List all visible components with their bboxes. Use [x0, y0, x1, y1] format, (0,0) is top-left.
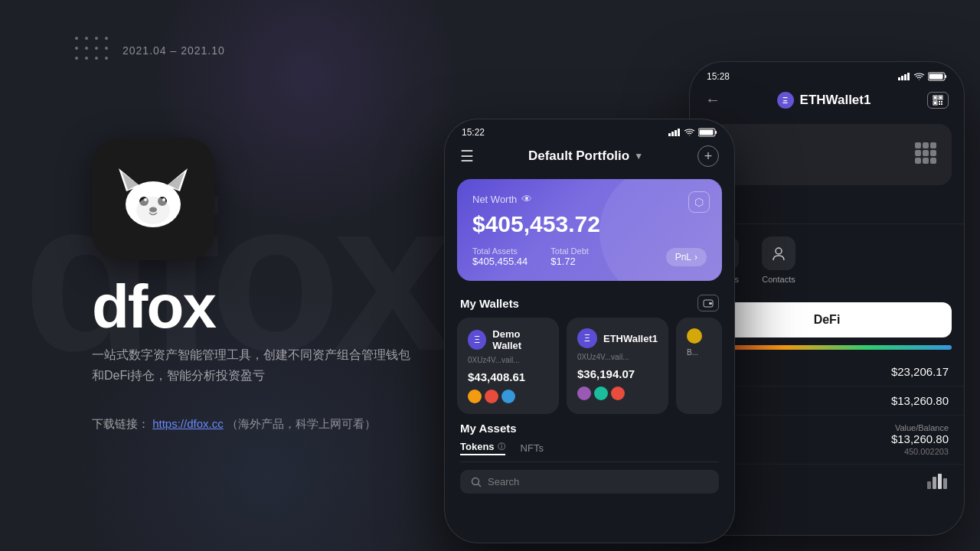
tokens-label: Tokens — [460, 441, 495, 452]
demo-eth-icon: Ξ — [468, 330, 486, 350]
qr-icon[interactable] — [927, 92, 949, 109]
download-url[interactable]: https://dfox.cc — [152, 417, 224, 430]
bar-chart-icon — [926, 472, 949, 489]
eth-wallet-balance: $36,194.07 — [577, 367, 658, 380]
date-range: 2021.04 – 2021.10 — [122, 44, 225, 57]
defi-button[interactable]: DeFi — [702, 302, 952, 337]
svg-rect-35 — [675, 130, 677, 136]
add-button[interactable]: + — [697, 145, 719, 167]
eth-wallet-addr: 0XUz4V...vail... — [577, 353, 658, 361]
back-arrow-icon[interactable]: ← — [705, 91, 720, 109]
front-header: ☰ Default Portfolio ▼ + — [445, 138, 734, 174]
demo-wallet-icon-row: Ξ Demo Wallet — [468, 328, 548, 351]
networth-stats: Total Assets $405,455.44 Total Debt $1.7… — [472, 246, 707, 267]
eth-icon: Ξ — [777, 92, 794, 109]
battery-icon — [928, 72, 947, 81]
tab-tokens[interactable]: Tokens ⓘ — [460, 441, 505, 455]
grid-icon — [915, 142, 939, 167]
contacts-svg — [770, 245, 787, 262]
svg-rect-38 — [715, 131, 717, 134]
back-status-icons — [898, 72, 947, 81]
front-wifi-icon — [684, 129, 695, 137]
caret-down-icon: ▼ — [634, 151, 643, 161]
tab-nfts[interactable]: NFTs — [521, 441, 544, 455]
front-signal-icon — [668, 129, 681, 136]
eth-tag-1 — [577, 386, 591, 400]
svg-rect-13 — [904, 74, 906, 80]
assets-tabs: Tokens ⓘ NFTs — [460, 441, 719, 462]
tag-1 — [468, 390, 482, 403]
networth-card: Net Worth 👁 ⬡ $405,453.72 Total Assets $… — [457, 179, 722, 281]
svg-point-28 — [776, 248, 782, 254]
color-bar — [702, 345, 952, 350]
assets-title: My Assets — [460, 422, 719, 435]
front-notch — [536, 119, 643, 141]
svg-rect-41 — [709, 302, 712, 305]
total-debt-value: $1.72 — [550, 256, 589, 267]
back-wallet-title: Ξ ETHWallet1 — [777, 92, 871, 109]
svg-rect-27 — [941, 103, 942, 105]
dots-grid — [75, 37, 111, 63]
front-status-icons — [668, 128, 717, 137]
eye-icon[interactable]: 👁 — [521, 193, 532, 205]
contacts-item[interactable]: Contacts — [762, 236, 795, 284]
nfts-label: NFTs — [521, 442, 544, 454]
asset-sub-3: 450.002203 — [891, 447, 949, 456]
eth-tag-3 — [611, 386, 625, 400]
total-assets-stat: Total Assets $405,455.44 — [472, 246, 528, 267]
front-time: 15:22 — [462, 127, 485, 138]
wallets-manage-icon[interactable] — [697, 295, 719, 311]
portfolio-title: Default Portfolio ▼ — [528, 148, 643, 164]
svg-rect-16 — [945, 75, 946, 78]
search-icon — [471, 477, 482, 487]
wallet-grid: Ξ Demo Wallet 0XUz4V...vail... $43,408.6… — [445, 318, 734, 414]
asset-value-3: $13,260.80 — [891, 432, 949, 445]
app-name: dfox — [92, 272, 215, 342]
back-grid-area — [702, 124, 952, 185]
wallets-section-header: My Wallets — [445, 285, 734, 318]
phones-container: 15:28 — [429, 0, 980, 551]
signal-icon — [898, 73, 910, 80]
download-note: （海外产品，科学上网可看） — [227, 417, 376, 430]
svg-line-43 — [479, 484, 482, 487]
wallet-card-partial: B... — [676, 318, 722, 414]
demo-wallet-name: Demo Wallet — [492, 328, 548, 351]
eth-wallet-icon-row: Ξ ETHWallet1 — [577, 328, 658, 348]
app-logo — [111, 157, 195, 241]
chart-toggle-icon[interactable]: ⬡ — [688, 191, 710, 213]
partial-wallet-text: B... — [687, 348, 711, 357]
search-placeholder: Search — [488, 476, 519, 487]
qr-svg — [933, 95, 943, 106]
svg-rect-36 — [678, 129, 680, 136]
svg-rect-17 — [929, 74, 943, 80]
svg-rect-33 — [668, 133, 671, 136]
demo-wallet-balance: $43,408.61 — [468, 370, 548, 383]
eth-wallet-name: ETHWallet1 — [603, 333, 658, 344]
wallet-card-demo[interactable]: Ξ Demo Wallet 0XUz4V...vail... $43,408.6… — [457, 318, 559, 414]
demo-wallet-tags — [468, 390, 548, 403]
svg-rect-21 — [939, 96, 942, 99]
wallet-card-eth[interactable]: Ξ ETHWallet1 0XUz4V...vail... $36,194.07 — [567, 318, 668, 414]
assets-section: My Assets Tokens ⓘ NFTs Search — [445, 414, 734, 494]
svg-rect-24 — [939, 101, 940, 103]
contacts-icon — [762, 236, 795, 270]
svg-rect-31 — [938, 474, 942, 489]
contacts-label: Contacts — [762, 275, 795, 284]
svg-rect-12 — [901, 76, 903, 80]
total-assets-value: $405,455.44 — [472, 256, 528, 267]
download-label: 下载链接： — [92, 417, 149, 430]
wallet-icon-svg — [703, 299, 714, 308]
app-description: 一站式数字资产智能管理工具，创建不同资产组合管理钱包和DeFi持仓，智能分析投资… — [92, 344, 413, 386]
portfolio-name: Default Portfolio — [528, 148, 629, 164]
pnl-button[interactable]: PnL › — [666, 248, 707, 266]
svg-rect-19 — [934, 96, 936, 99]
logo-container — [92, 138, 214, 260]
hamburger-icon[interactable]: ☰ — [460, 147, 474, 165]
svg-point-42 — [472, 478, 479, 484]
tokens-info-icon: ⓘ — [498, 442, 505, 452]
search-bar[interactable]: Search — [460, 470, 719, 494]
back-notch — [777, 62, 877, 83]
svg-rect-14 — [907, 73, 910, 80]
demo-wallet-addr: 0XUz4V...vail... — [468, 356, 548, 364]
total-debt-stat: Total Debt $1.72 — [550, 246, 589, 267]
